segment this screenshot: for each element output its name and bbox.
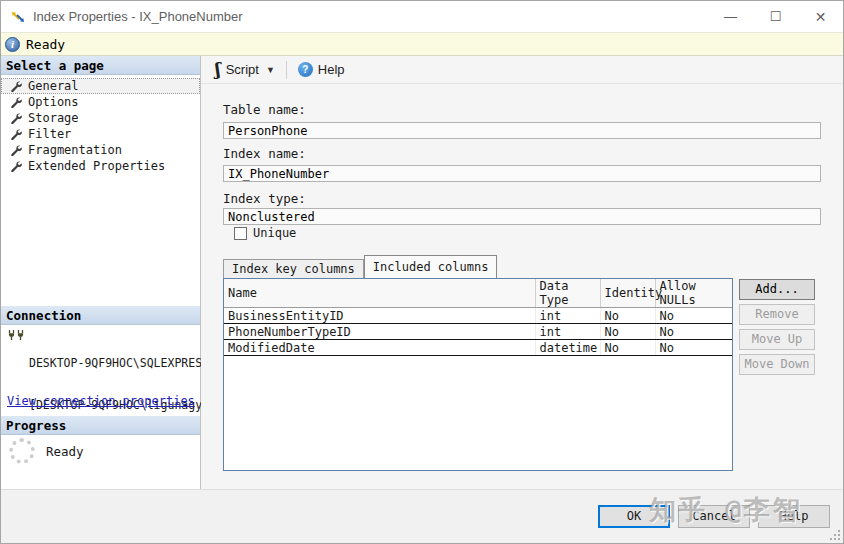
cancel-button[interactable]: Cancel [678, 505, 750, 528]
index-name-field[interactable]: IX_PhoneNumber [223, 165, 821, 182]
sidebar-item-label: Extended Properties [28, 159, 165, 173]
index-type-label: Index type: [223, 191, 306, 206]
wrench-icon [10, 128, 22, 140]
cell-allow-nulls: No [655, 308, 732, 324]
sidebar-item-label: Filter [28, 127, 71, 141]
script-icon: ʃ [215, 61, 221, 78]
table-row[interactable]: BusinessEntityID int No No [224, 308, 732, 324]
page-list: General Options Storage Filter Fragmenta… [1, 78, 200, 174]
sidebar-item-general[interactable]: General [1, 78, 200, 94]
wrench-icon [10, 80, 22, 92]
progress-status: Ready [46, 444, 84, 459]
move-down-button[interactable]: Move Down [739, 354, 815, 375]
wrench-icon [10, 144, 22, 156]
table-row[interactable]: PhoneNumberTypeID int No No [224, 324, 732, 340]
wrench-icon [10, 160, 22, 172]
index-type-field[interactable]: Nonclustered [223, 208, 821, 225]
window-title: Index Properties - IX_PhoneNumber [33, 9, 243, 24]
cell-data-type: int [535, 324, 600, 340]
help-label: Help [318, 62, 345, 77]
status-strip: i Ready [1, 32, 843, 56]
sidebar-item-options[interactable]: Options [1, 94, 200, 110]
unique-checkbox[interactable] [234, 227, 247, 240]
script-label: Script [226, 62, 259, 77]
tab-included-columns[interactable]: Included columns [364, 255, 498, 278]
toolbar: ʃ Script ▼ ? Help [201, 56, 844, 84]
table-header-row: Name Data Type Identity Allow NULLs [224, 279, 732, 308]
dialog-body: Select a page General Options Storage Fi… [1, 56, 843, 491]
help-toolbar-button[interactable]: ? Help [292, 58, 351, 82]
cell-allow-nulls: No [655, 324, 732, 340]
cell-identity: No [600, 308, 655, 324]
columns-table: Name Data Type Identity Allow NULLs Busi… [224, 279, 732, 356]
script-button[interactable]: ʃ Script ▼ [209, 58, 281, 82]
cell-data-type: int [535, 308, 600, 324]
unique-label: Unique [253, 226, 296, 240]
cell-identity: No [600, 340, 655, 356]
column-header-data-type[interactable]: Data Type [535, 279, 600, 308]
table-name-label: Table name: [223, 102, 306, 117]
sidebar-item-storage[interactable]: Storage [1, 110, 200, 126]
cell-name: BusinessEntityID [224, 308, 535, 324]
wrench-icon [10, 96, 22, 108]
sidebar-item-label: General [28, 79, 79, 93]
table-row[interactable]: ModifiedDate datetime No No [224, 340, 732, 356]
info-icon: i [5, 37, 20, 52]
cell-data-type: datetime [535, 340, 600, 356]
cell-identity: No [600, 324, 655, 340]
index-name-label: Index name: [223, 146, 306, 161]
unique-checkbox-row: Unique [234, 226, 296, 240]
help-button[interactable]: Help [758, 505, 830, 528]
connection-plug-icon [7, 330, 25, 343]
sidebar-item-filter[interactable]: Filter [1, 126, 200, 142]
toolbar-separator [286, 61, 287, 79]
cell-name: PhoneNumberTypeID [224, 324, 535, 340]
index-properties-icon [10, 9, 26, 25]
sidebar: Select a page General Options Storage Fi… [1, 56, 201, 491]
window-controls: — ☐ ✕ [708, 1, 843, 32]
connection-header: Connection [1, 306, 200, 325]
ok-button[interactable]: OK [598, 505, 670, 528]
sidebar-item-fragmentation[interactable]: Fragmentation [1, 142, 200, 158]
help-icon: ? [298, 62, 313, 77]
wrench-icon [10, 112, 22, 124]
sidebar-item-label: Storage [28, 111, 79, 125]
title-bar: Index Properties - IX_PhoneNumber — ☐ ✕ [1, 1, 843, 32]
remove-button[interactable]: Remove [739, 304, 815, 325]
select-a-page-header: Select a page [1, 56, 200, 75]
column-header-name[interactable]: Name [224, 279, 535, 308]
sidebar-item-extended-properties[interactable]: Extended Properties [1, 158, 200, 174]
index-properties-dialog: Index Properties - IX_PhoneNumber — ☐ ✕ … [0, 0, 844, 544]
footer: OK Cancel Help 知乎 @李智 [1, 489, 843, 543]
status-text: Ready [26, 37, 65, 52]
view-connection-properties-link[interactable]: View connection properties [7, 394, 195, 408]
close-button[interactable]: ✕ [798, 1, 843, 32]
connection-server: DESKTOP-9QF9HOC\SQLEXPRESS [29, 356, 216, 370]
column-header-allow-nulls[interactable]: Allow NULLs [655, 279, 732, 308]
maximize-button[interactable]: ☐ [753, 1, 798, 32]
resize-grip[interactable] [830, 530, 840, 540]
included-columns-grid: Name Data Type Identity Allow NULLs Busi… [223, 278, 733, 471]
cell-name: ModifiedDate [224, 340, 535, 356]
add-button[interactable]: Add... [739, 279, 815, 300]
table-name-field[interactable]: PersonPhone [223, 122, 821, 139]
sidebar-item-label: Fragmentation [28, 143, 122, 157]
progress-spinner-icon [9, 438, 35, 464]
move-up-button[interactable]: Move Up [739, 329, 815, 350]
chevron-down-icon: ▼ [266, 65, 275, 75]
cell-allow-nulls: No [655, 340, 732, 356]
columns-tabbar: Index key columns Included columns [223, 255, 497, 278]
progress-header: Progress [1, 416, 200, 435]
column-header-identity[interactable]: Identity [600, 279, 655, 308]
sidebar-item-label: Options [28, 95, 79, 109]
minimize-button[interactable]: — [708, 1, 753, 32]
tab-index-key-columns[interactable]: Index key columns [223, 259, 364, 278]
main-panel: ʃ Script ▼ ? Help Table name: PersonPhon… [201, 56, 844, 491]
